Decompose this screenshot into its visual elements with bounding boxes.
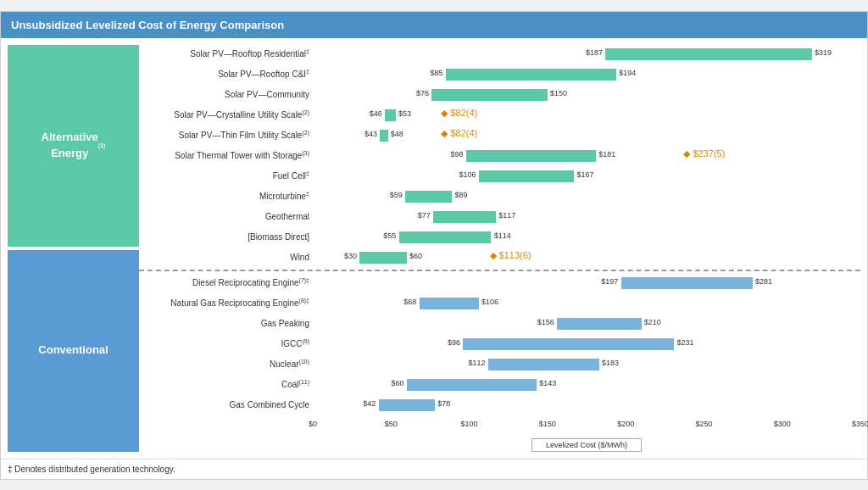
bar-high-value: $210 xyxy=(644,318,661,326)
bar-row-label: Wind xyxy=(139,253,313,262)
chart-container: Unsubsidized Levelized Cost of Energy Co… xyxy=(0,11,868,480)
bar-low-value: $60 xyxy=(391,379,403,387)
bar-area: $59$89 xyxy=(313,187,860,206)
bar-row: Coal(11)$60$143 xyxy=(139,376,860,394)
bar-low-value: $96 xyxy=(448,338,460,347)
bar-segment xyxy=(446,69,616,81)
bar-row: Solar PV—Crystalline Utility Scale(2)$46… xyxy=(139,106,860,125)
bar-low-value: $77 xyxy=(418,211,431,220)
bar-row-label: Fuel Cell‡ xyxy=(139,170,313,181)
x-axis: $0$50$100$150$200$250$300$350 xyxy=(139,420,860,437)
bar-high-value: $78 xyxy=(437,399,450,408)
bar-low-value: $85 xyxy=(431,69,443,77)
bar-segment xyxy=(463,338,674,350)
bar-row-label: Solar PV—Rooftop Residential‡ xyxy=(139,48,313,58)
bar-low-value: $46 xyxy=(370,109,382,118)
bar-area: $197$281 xyxy=(313,274,860,292)
x-tick: $50 xyxy=(385,420,398,428)
bar-area: $106$167 xyxy=(313,167,860,186)
bar-segment xyxy=(399,231,492,243)
bar-high-value: $181 xyxy=(598,150,615,159)
chart-header: Unsubsidized Levelized Cost of Energy Co… xyxy=(1,12,867,38)
bar-low-value: $68 xyxy=(403,298,416,306)
bar-row-label: Coal(11) xyxy=(139,379,313,389)
bar-low-value: $42 xyxy=(363,399,376,408)
bar-area: $85$194 xyxy=(313,65,860,84)
bar-segment xyxy=(407,379,537,391)
bar-low-value: $98 xyxy=(451,150,464,159)
bar-row: Diesel Reciprocating Engine(7)‡$197$281 xyxy=(139,274,860,292)
bar-row-label: Solar Thermal Tower with Storage(3) xyxy=(139,150,313,160)
bar-row: Solar PV—Thin Film Utility Scale(2)$43$4… xyxy=(139,126,860,145)
diamond-marker: ◆ $113(6) xyxy=(490,250,531,261)
bar-high-value: $231 xyxy=(677,338,694,347)
bar-area: $98$181◆ $237(5) xyxy=(313,147,860,165)
bar-row: Wind$30$60◆ $113(6) xyxy=(139,248,860,267)
bar-row: [Biomass Direct]$55$114 xyxy=(139,228,860,247)
x-tick: $300 xyxy=(774,420,791,428)
bar-row: Gas Combined Cycle$42$78 xyxy=(139,396,860,415)
section-divider xyxy=(139,270,860,271)
bar-segment xyxy=(385,109,396,121)
bar-area: $187$319 xyxy=(313,45,860,64)
bar-high-value: $114 xyxy=(494,231,511,240)
bar-area: $42$78 xyxy=(313,396,860,415)
diamond-marker: ◆ $82(4) xyxy=(441,128,477,139)
bar-high-value: $48 xyxy=(391,130,403,138)
bar-segment xyxy=(420,298,479,309)
bar-segment xyxy=(605,48,812,60)
x-tick: $150 xyxy=(539,420,556,428)
bar-area: $60$143 xyxy=(313,376,860,394)
bar-row-label: Nuclear(10) xyxy=(139,359,313,369)
bar-low-value: $112 xyxy=(468,359,485,367)
bars-area: Solar PV—Rooftop Residential‡$187$319Sol… xyxy=(139,45,860,416)
bar-row-label: Microturbine‡ xyxy=(139,191,313,201)
bar-high-value: $167 xyxy=(576,170,593,179)
bar-row-label: Solar PV—Community xyxy=(139,90,313,99)
bar-high-value: $60 xyxy=(409,252,422,260)
bar-segment xyxy=(466,150,596,162)
bar-segment xyxy=(433,211,496,223)
bar-area: $76$150 xyxy=(313,86,860,104)
bar-low-value: $197 xyxy=(601,277,618,286)
bar-segment xyxy=(405,191,452,203)
bar-high-value: $194 xyxy=(619,69,636,77)
x-tick: $350 xyxy=(852,420,868,428)
category-conventional: Conventional xyxy=(8,250,139,452)
bar-area: $43$48◆ $82(4) xyxy=(313,126,860,145)
footnote-area: ‡ Denotes distributed generation technol… xyxy=(1,459,867,479)
bar-high-value: $117 xyxy=(498,211,515,220)
bar-segment xyxy=(359,252,406,264)
bar-row: Solar Thermal Tower with Storage(3)$98$1… xyxy=(139,147,860,165)
footnote-row: ‡ Denotes distributed generation technol… xyxy=(8,465,860,474)
bar-segment xyxy=(431,89,548,101)
bar-area: $68$106 xyxy=(313,294,860,313)
bar-row-label: Geothermal xyxy=(139,212,313,221)
x-tick: $100 xyxy=(461,420,478,428)
bar-row-label: Solar PV—Thin Film Utility Scale(2) xyxy=(139,130,313,140)
x-tick: $0 xyxy=(309,420,317,428)
x-tick: $200 xyxy=(617,420,634,428)
bar-high-value: $53 xyxy=(398,109,411,118)
chart-title: Unsubsidized Levelized Cost of Energy Co… xyxy=(11,19,284,31)
bar-segment xyxy=(379,399,435,411)
category-labels: AlternativeEnergy (1) Conventional xyxy=(8,45,139,452)
diamond-marker: ◆ $237(5) xyxy=(683,148,725,159)
bar-area: $96$231 xyxy=(313,335,860,354)
bar-area: $156$210 xyxy=(313,315,860,333)
bar-row-label: Gas Peaking xyxy=(139,319,313,328)
category-alternative: AlternativeEnergy (1) xyxy=(8,45,139,247)
bar-row: Fuel Cell‡$106$167 xyxy=(139,167,860,186)
bar-segment xyxy=(621,277,753,289)
bar-row: IGCC(9)$96$231 xyxy=(139,335,860,354)
bar-high-value: $183 xyxy=(602,359,619,367)
bar-row: Gas Peaking$156$210 xyxy=(139,315,860,333)
bar-area: $46$53◆ $82(4) xyxy=(313,106,860,125)
diamond-marker: ◆ $82(4) xyxy=(441,108,477,119)
bar-row-label: Natural Gas Reciprocating Engine(8)‡ xyxy=(139,298,313,308)
bar-low-value: $156 xyxy=(537,318,554,326)
chart-right: Solar PV—Rooftop Residential‡$187$319Sol… xyxy=(139,45,860,452)
footnote-text: ‡ Denotes distributed generation technol… xyxy=(8,465,175,474)
bar-area: $112$183 xyxy=(313,355,860,374)
x-axis-label: Levelized Cost ($/MWh) xyxy=(531,438,642,452)
